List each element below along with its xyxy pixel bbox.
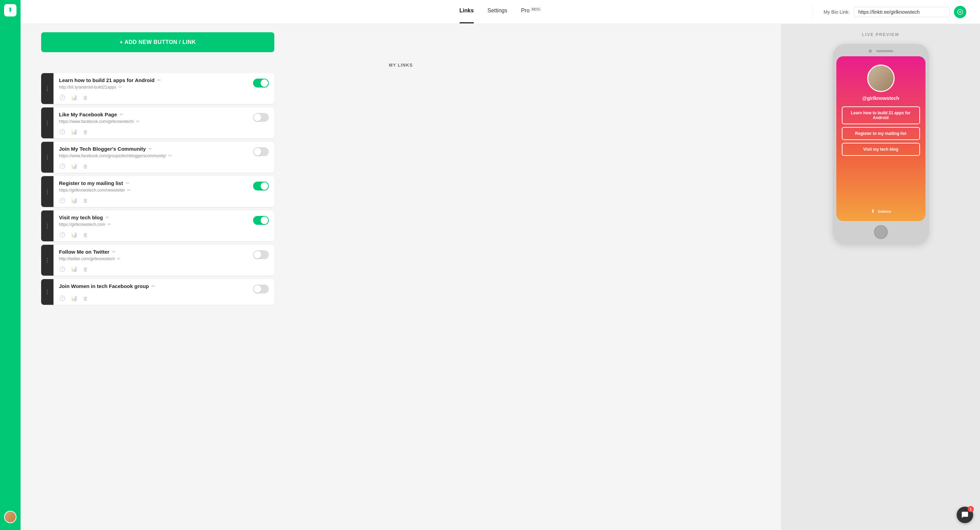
edit-title-icon[interactable]: ✏ xyxy=(120,112,123,117)
edit-url-icon[interactable]: ✏ xyxy=(107,222,111,227)
link-toggle[interactable] xyxy=(253,216,269,225)
analytics-icon[interactable]: 📊 xyxy=(71,266,78,272)
phone-link-btn-3[interactable]: Visit my tech blog xyxy=(842,143,920,156)
delete-icon[interactable]: 🗑 xyxy=(83,267,88,272)
drag-handle[interactable]: ⋮ xyxy=(41,279,54,305)
schedule-icon[interactable]: 🕐 xyxy=(59,295,65,302)
phone-speaker xyxy=(876,50,893,52)
top-nav: Links Settings ProBETA My Bio Link: xyxy=(21,0,980,24)
edit-title-icon[interactable]: ✏ xyxy=(158,78,161,83)
link-url: http://twitter.com/girlknowstech xyxy=(59,256,115,261)
drag-handle[interactable]: ⋮ xyxy=(41,73,54,104)
schedule-icon[interactable]: 🕐 xyxy=(59,232,65,238)
edit-title-icon[interactable]: ✏ xyxy=(126,180,130,186)
link-title-row: Visit my tech blog ✏ xyxy=(59,214,242,220)
link-actions-row: 🕐 📊 🗑 xyxy=(59,195,242,205)
phone-footer: linktree xyxy=(870,203,891,214)
links-list: ⋮ Learn how to build 21 apps for Android… xyxy=(41,73,760,305)
main-container: Links Settings ProBETA My Bio Link: + AD… xyxy=(21,0,980,530)
link-title: Register to my mailing list xyxy=(59,180,123,186)
link-body: Join Women in tech Facebook group ✏ 🕐 📊 … xyxy=(54,279,248,305)
link-url-row: https://girlknowstech.com/newsletter ✏ xyxy=(59,187,242,193)
phone-home-button[interactable] xyxy=(874,225,888,239)
tab-pro[interactable]: ProBETA xyxy=(521,8,541,16)
analytics-icon[interactable]: 📊 xyxy=(71,163,78,169)
drag-handle[interactable]: ⋮ xyxy=(41,245,54,276)
drag-handle[interactable]: ⋮ xyxy=(41,142,54,172)
delete-icon[interactable]: 🗑 xyxy=(83,95,88,101)
link-title-row: Follow Me on Twitter ✏ xyxy=(59,249,242,255)
chat-badge: 1 xyxy=(968,506,974,512)
phone-profile-background: @girlknowstech Learn how to build 21 app… xyxy=(836,56,926,221)
phone-top-bar xyxy=(836,49,926,53)
analytics-icon[interactable]: 📊 xyxy=(71,232,78,238)
copy-bio-link-button[interactable] xyxy=(954,6,966,18)
edit-title-icon[interactable]: ✏ xyxy=(112,249,116,254)
drag-handle[interactable]: ⋮ xyxy=(41,176,54,207)
edit-url-icon[interactable]: ✏ xyxy=(118,85,122,89)
edit-title-icon[interactable]: ✏ xyxy=(106,215,110,220)
schedule-icon[interactable]: 🕐 xyxy=(59,94,65,101)
link-toggle-area xyxy=(248,73,274,104)
link-item: ⋮ Join Women in tech Facebook group ✏ 🕐 … xyxy=(41,279,274,305)
link-toggle[interactable] xyxy=(253,113,269,122)
delete-icon[interactable]: 🗑 xyxy=(83,232,88,238)
link-actions-row: 🕐 📊 🗑 xyxy=(59,230,242,239)
link-actions-row: 🕐 📊 🗑 xyxy=(59,161,242,171)
link-title-row: Join My Tech Blogger's Community ✏ xyxy=(59,146,242,152)
my-links-section-title: MY LINKS xyxy=(41,62,760,68)
chat-widget[interactable]: 1 xyxy=(957,507,973,523)
link-toggle[interactable] xyxy=(253,78,269,88)
drag-handle[interactable]: ⋮ xyxy=(41,211,54,241)
schedule-icon[interactable]: 🕐 xyxy=(59,163,65,169)
link-toggle[interactable] xyxy=(253,250,269,259)
edit-title-icon[interactable]: ✏ xyxy=(148,146,152,152)
link-url-row: https://www.facebook.com/girlknowstech/ … xyxy=(59,119,242,124)
schedule-icon[interactable]: 🕐 xyxy=(59,266,65,272)
user-avatar[interactable] xyxy=(4,511,16,523)
edit-url-icon[interactable]: ✏ xyxy=(136,119,140,124)
bio-link-input[interactable] xyxy=(854,7,950,17)
app-logo[interactable] xyxy=(4,4,16,16)
drag-handle[interactable]: ⋮ xyxy=(41,107,54,138)
edit-url-icon[interactable]: ✏ xyxy=(127,187,131,193)
link-toggle-area xyxy=(248,245,274,276)
link-title: Follow Me on Twitter xyxy=(59,249,110,255)
phone-link-btn-2[interactable]: Register to my mailing list xyxy=(842,127,920,140)
phone-link-btn-1[interactable]: Learn how to build 21 apps for Android xyxy=(842,106,920,124)
delete-icon[interactable]: 🗑 xyxy=(83,198,88,204)
analytics-icon[interactable]: 📊 xyxy=(71,129,78,135)
link-title: Visit my tech blog xyxy=(59,214,103,220)
phone-linktree-label: linktree xyxy=(878,209,891,214)
link-toggle-area xyxy=(248,107,274,138)
link-item: ⋮ Follow Me on Twitter ✏ http://twitter.… xyxy=(41,245,274,276)
link-url-row: https://www.facebook.com/groups/techblog… xyxy=(59,153,242,158)
tab-settings[interactable]: Settings xyxy=(488,8,508,16)
edit-url-icon[interactable]: ✏ xyxy=(169,153,172,158)
link-actions-row: 🕐 📊 🗑 xyxy=(59,127,242,136)
phone-bottom-bar xyxy=(836,225,926,239)
link-item: ⋮ Learn how to build 21 apps for Android… xyxy=(41,73,274,104)
analytics-icon[interactable]: 📊 xyxy=(71,295,78,302)
link-title: Learn how to build 21 apps for Android xyxy=(59,77,154,83)
link-toggle[interactable] xyxy=(253,147,269,156)
edit-title-icon[interactable]: ✏ xyxy=(151,284,155,289)
analytics-icon[interactable]: 📊 xyxy=(71,94,78,101)
add-new-link-button[interactable]: + ADD NEW BUTTON / LINK xyxy=(41,32,274,52)
nav-divider xyxy=(812,5,813,19)
analytics-icon[interactable]: 📊 xyxy=(71,197,78,204)
link-toggle[interactable] xyxy=(253,182,269,190)
tab-links[interactable]: Links xyxy=(460,8,474,16)
delete-icon[interactable]: 🗑 xyxy=(83,129,88,135)
link-toggle[interactable] xyxy=(253,284,269,294)
link-body: Like My Facebook Page ✏ https://www.face… xyxy=(54,107,248,138)
link-toggle-area xyxy=(248,142,274,172)
delete-icon[interactable]: 🗑 xyxy=(83,163,88,169)
link-url: https://www.facebook.com/groups/techblog… xyxy=(59,153,166,158)
delete-icon[interactable]: 🗑 xyxy=(83,295,88,302)
link-body: Register to my mailing list ✏ https://gi… xyxy=(54,176,248,207)
schedule-icon[interactable]: 🕐 xyxy=(59,197,65,204)
link-actions-row: 🕐 📊 🗑 xyxy=(59,93,242,102)
edit-url-icon[interactable]: ✏ xyxy=(117,256,121,261)
schedule-icon[interactable]: 🕐 xyxy=(59,129,65,135)
